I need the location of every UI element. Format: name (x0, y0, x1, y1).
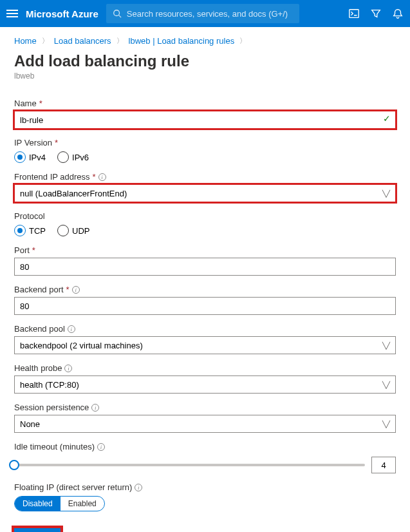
toggle-enabled[interactable]: Enabled (61, 497, 104, 511)
radio-ipv4-label: IPv4 (29, 153, 46, 162)
idle-timeout-slider[interactable] (14, 464, 365, 466)
idle-timeout-value[interactable]: 4 (371, 457, 396, 473)
info-icon[interactable]: i (68, 325, 75, 333)
footer: OK (0, 517, 410, 532)
frontend-ip-select[interactable]: null (LoadBalancerFrontEnd) ╲╱ (14, 184, 396, 202)
session-persistence-label: Session persistence (14, 403, 89, 412)
check-icon: ✓ (383, 113, 391, 124)
backend-pool-value: backendpool (2 virtual machines) (20, 341, 143, 350)
backend-port-input[interactable] (14, 297, 396, 315)
radio-tcp[interactable]: TCP (14, 225, 46, 236)
session-persistence-value: None (20, 419, 40, 429)
brand-label: Microsoft Azure (26, 8, 98, 19)
page-title: Add load balancing rule (14, 52, 396, 70)
chevron-right-icon: 〉 (42, 36, 49, 46)
floating-ip-toggle[interactable]: Disabled Enabled (14, 496, 105, 511)
info-icon[interactable]: i (91, 404, 99, 412)
radio-ipv6[interactable]: IPv6 (57, 151, 89, 163)
info-icon[interactable]: i (135, 484, 142, 491)
chevron-right-icon: 〉 (116, 36, 124, 46)
page-subtitle: lbweb (14, 71, 396, 81)
name-input[interactable] (14, 111, 396, 129)
radio-udp-label: UDP (72, 226, 89, 236)
name-field: Name * ✓ (14, 99, 396, 129)
chevron-down-icon: ╲╱ (382, 190, 390, 197)
page-header: Add load balancing rule lbweb (0, 52, 410, 84)
required-mark: * (55, 138, 58, 147)
frontend-ip-label: Frontend IP address (14, 172, 90, 182)
session-persistence-select[interactable]: None ╲╱ (14, 415, 396, 433)
required-mark: * (39, 99, 42, 108)
health-probe-select[interactable]: health (TCP:80) ╲╱ (14, 375, 396, 394)
top-icon-group (348, 8, 404, 19)
backend-pool-field: Backend pool i backendpool (2 virtual ma… (14, 324, 396, 354)
form: Name * ✓ IP Version * IPv4 IPv6 Frontend… (0, 84, 410, 517)
ip-version-label: IP Version (14, 138, 52, 147)
ip-version-field: IP Version * IPv4 IPv6 (14, 138, 396, 163)
chevron-right-icon: 〉 (239, 36, 247, 46)
breadcrumb-load-balancers[interactable]: Load balancers (54, 36, 111, 46)
top-bar: Microsoft Azure (0, 0, 410, 27)
breadcrumb-home[interactable]: Home (14, 36, 37, 46)
session-persistence-field: Session persistence i None ╲╱ (14, 403, 396, 433)
port-input[interactable] (14, 258, 396, 276)
cloud-shell-icon[interactable] (348, 8, 360, 19)
floating-ip-field: Floating IP (direct server return) i Dis… (14, 482, 396, 511)
filter-icon[interactable] (370, 8, 382, 19)
info-icon[interactable]: i (97, 443, 105, 451)
info-icon[interactable]: i (64, 365, 72, 372)
protocol-label: Protocol (14, 211, 45, 221)
toggle-disabled[interactable]: Disabled (15, 497, 61, 511)
radio-udp[interactable]: UDP (57, 225, 89, 236)
backend-port-field: Backend port * i (14, 285, 396, 315)
info-icon[interactable]: i (98, 173, 106, 181)
port-field: Port * (14, 245, 396, 276)
frontend-ip-value: null (LoadBalancerFrontEnd) (20, 189, 127, 198)
frontend-ip-field: Frontend IP address * i null (LoadBalanc… (14, 172, 396, 202)
port-label: Port (14, 245, 30, 255)
search-icon (113, 9, 122, 18)
breadcrumb-current[interactable]: lbweb | Load balancing rules (129, 36, 235, 46)
search-input[interactable] (127, 9, 293, 19)
chevron-down-icon: ╲╱ (382, 421, 390, 428)
backend-port-label: Backend port (14, 285, 64, 294)
radio-ipv6-label: IPv6 (72, 153, 89, 162)
svg-rect-2 (349, 10, 359, 18)
name-label: Name (14, 99, 37, 108)
global-search[interactable] (106, 4, 299, 23)
breadcrumb: Home 〉 Load balancers 〉 lbweb | Load bal… (0, 27, 410, 52)
notification-icon[interactable] (392, 8, 404, 19)
slider-thumb[interactable] (9, 460, 19, 470)
radio-ipv4[interactable]: IPv4 (14, 151, 46, 163)
health-probe-field: Health probe i health (TCP:80) ╲╱ (14, 363, 396, 394)
chevron-down-icon: ╲╱ (382, 381, 390, 388)
health-probe-label: Health probe (14, 363, 62, 373)
idle-timeout-field: Idle timeout (minutes) i 4 (14, 442, 396, 473)
health-probe-value: health (TCP:80) (20, 380, 79, 390)
radio-tcp-label: TCP (29, 226, 46, 236)
ok-button[interactable]: OK (14, 528, 61, 532)
menu-icon[interactable] (6, 10, 18, 17)
required-mark: * (93, 172, 96, 182)
svg-point-0 (114, 10, 120, 16)
protocol-field: Protocol TCP UDP (14, 211, 396, 236)
backend-pool-select[interactable]: backendpool (2 virtual machines) ╲╱ (14, 336, 396, 354)
required-mark: * (66, 285, 70, 294)
chevron-down-icon: ╲╱ (382, 342, 390, 349)
backend-pool-label: Backend pool (14, 324, 65, 334)
required-mark: * (32, 245, 35, 255)
info-icon[interactable]: i (72, 286, 80, 294)
idle-timeout-label: Idle timeout (minutes) (14, 442, 95, 451)
floating-ip-label: Floating IP (direct server return) (14, 482, 132, 492)
svg-line-1 (118, 15, 121, 18)
